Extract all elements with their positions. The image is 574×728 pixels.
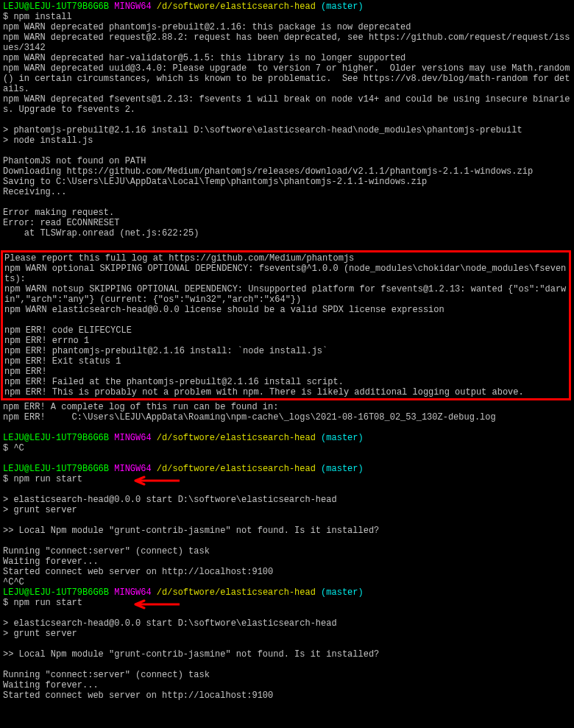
terminal-output-line: > grunt server bbox=[3, 629, 571, 639]
terminal-output-line: > node install.js bbox=[3, 135, 571, 146]
prompt-shell: MINGW64 bbox=[114, 1, 151, 12]
prompt-path: /d/softwore/elasticsearch-head bbox=[157, 433, 316, 443]
terminal-output-line: >> Local Npm module "grunt-contrib-jasmi… bbox=[3, 526, 571, 536]
terminal-output-line: > elasticsearch-head@0.0.0 start D:\soft… bbox=[3, 618, 571, 629]
highlight-arrow-icon bbox=[128, 476, 180, 486]
terminal-output-line: > elasticsearch-head@0.0.0 start D:\soft… bbox=[3, 495, 571, 505]
terminal-output-line: npm WARN notsup SKIPPING OPTIONAL DEPEND… bbox=[4, 284, 567, 305]
command-line[interactable]: $ npm install bbox=[3, 12, 571, 22]
prompt-branch: (master) bbox=[321, 587, 364, 598]
terminal-output-line: npm ERR! Failed at the phantomjs-prebuil… bbox=[4, 377, 567, 387]
terminal-output-line: Waiting forever... bbox=[3, 680, 571, 690]
terminal-output-line: > phantomjs-prebuilt@2.1.16 install D:\s… bbox=[3, 125, 571, 135]
terminal-output-line: > grunt server bbox=[3, 505, 571, 515]
prompt-shell: MINGW64 bbox=[114, 587, 151, 598]
terminal-output-line: npm WARN deprecated uuid@3.4.0: Please u… bbox=[3, 63, 571, 94]
shell-prompt: LEJU@LEJU-1UT79B6G6B MINGW64 /d/softwore… bbox=[3, 433, 571, 443]
shell-prompt: LEJU@LEJU-1UT79B6G6B MINGW64 /d/softwore… bbox=[3, 587, 571, 598]
terminal-output-line: npm ERR! Exit status 1 bbox=[4, 356, 567, 367]
terminal-output-line: npm WARN deprecated fsevents@1.2.13: fse… bbox=[3, 94, 571, 115]
terminal-output-line: npm ERR! This is probably not a problem … bbox=[4, 387, 567, 397]
terminal-output-line bbox=[4, 315, 567, 325]
terminal-output-line: Downloading https://github.com/Medium/ph… bbox=[3, 166, 571, 177]
terminal-output-line bbox=[3, 639, 571, 649]
terminal-output-line: Waiting forever... bbox=[3, 556, 571, 567]
prompt-user: LEJU@LEJU-1UT79B6G6B bbox=[3, 433, 109, 443]
shell-prompt: LEJU@LEJU-1UT79B6G6B MINGW64 /d/softwore… bbox=[3, 464, 571, 474]
error-highlight-box: Please report this full log at https://g… bbox=[1, 250, 571, 400]
terminal-output-line: npm ERR! bbox=[4, 367, 567, 377]
shell-prompt: LEJU@LEJU-1UT79B6G6B MINGW64 /d/softwore… bbox=[3, 1, 571, 12]
prompt-branch: (master) bbox=[321, 433, 364, 443]
command-line[interactable]: $ ^C bbox=[3, 443, 571, 453]
terminal-output-line: npm WARN deprecated har-validator@5.1.5:… bbox=[3, 53, 571, 63]
prompt-shell: MINGW64 bbox=[114, 433, 151, 443]
terminal-output-line bbox=[3, 238, 571, 249]
terminal-output-line: npm ERR! C:\Users\LEJU\AppData\Roaming\n… bbox=[3, 412, 571, 423]
terminal-output-line bbox=[3, 197, 571, 208]
terminal-output-line: Saving to C:\Users\LEJU\AppData\Local\Te… bbox=[3, 177, 571, 187]
prompt-user: LEJU@LEJU-1UT79B6G6B bbox=[3, 464, 109, 474]
terminal-output-line bbox=[3, 515, 571, 526]
terminal-output-line: Started connect web server on http://loc… bbox=[3, 567, 571, 577]
prompt-path: /d/softwore/elasticsearch-head bbox=[157, 587, 316, 598]
terminal-output-line: ^C^C bbox=[3, 577, 571, 587]
prompt-shell: MINGW64 bbox=[114, 464, 151, 474]
terminal-output-line: at TLSWrap.onread (net.js:622:25) bbox=[3, 228, 571, 238]
prompt-branch: (master) bbox=[321, 464, 364, 474]
terminal-output-line: npm WARN deprecated request@2.88.2: requ… bbox=[3, 32, 571, 53]
terminal-output-line: npm WARN optional SKIPPING OPTIONAL DEPE… bbox=[4, 264, 567, 284]
terminal-output-line: npm WARN elasticsearch-head@0.0.0 licens… bbox=[4, 305, 567, 315]
terminal-output-line: Started connect web server on http://loc… bbox=[3, 690, 571, 701]
terminal-output-line: npm ERR! A complete log of this run can … bbox=[3, 402, 571, 412]
terminal-output-line bbox=[3, 536, 571, 546]
highlight-arrow-icon bbox=[128, 599, 180, 609]
terminal-output-line bbox=[3, 608, 571, 618]
terminal-output-line: npm ERR! errno 1 bbox=[4, 336, 567, 346]
terminal-output-line: Error: read ECONNRESET bbox=[3, 218, 571, 228]
terminal-output-line: Error making request. bbox=[3, 208, 571, 218]
terminal-output-line: npm WARN deprecated phantomjs-prebuilt@2… bbox=[3, 22, 571, 32]
terminal-output-line: Please report this full log at https://g… bbox=[4, 253, 567, 264]
command-line[interactable]: $ npm run start bbox=[3, 598, 571, 608]
terminal-output-line: npm ERR! phantomjs-prebuilt@2.1.16 insta… bbox=[4, 346, 567, 356]
terminal-output-line: Receiving... bbox=[3, 187, 571, 197]
terminal-output-line: >> Local Npm module "grunt-contrib-jasmi… bbox=[3, 649, 571, 660]
terminal-output-line: Running "connect:server" (connect) task bbox=[3, 546, 571, 556]
terminal-output-line bbox=[3, 660, 571, 670]
terminal-output-line: npm ERR! code ELIFECYCLE bbox=[4, 325, 567, 336]
terminal-output-line bbox=[3, 453, 571, 464]
terminal-output-line bbox=[3, 146, 571, 156]
prompt-branch: (master) bbox=[321, 1, 364, 12]
command-line[interactable]: $ npm run start bbox=[3, 474, 571, 484]
terminal-output-line bbox=[3, 484, 571, 495]
prompt-path: /d/softwore/elasticsearch-head bbox=[157, 1, 316, 12]
terminal-output-line: PhantomJS not found on PATH bbox=[3, 156, 571, 166]
terminal-output-line bbox=[3, 115, 571, 125]
terminal-output-line bbox=[3, 423, 571, 433]
prompt-path: /d/softwore/elasticsearch-head bbox=[157, 464, 316, 474]
terminal-output-line: Running "connect:server" (connect) task bbox=[3, 670, 571, 680]
prompt-user: LEJU@LEJU-1UT79B6G6B bbox=[3, 587, 109, 598]
prompt-user: LEJU@LEJU-1UT79B6G6B bbox=[3, 1, 109, 12]
